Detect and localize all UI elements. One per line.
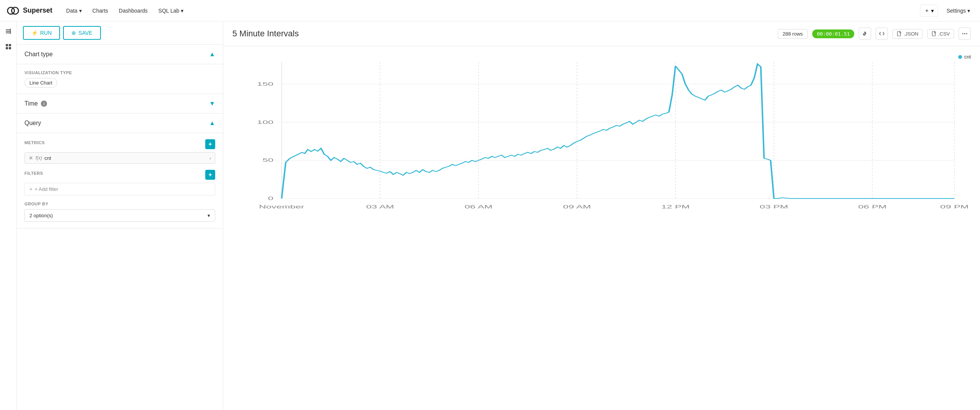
chart-container: cnt 0 50 100 150: [223, 46, 980, 410]
more-options-btn[interactable]: [959, 28, 971, 40]
link-icon-btn[interactable]: [859, 28, 871, 40]
chevron-down-icon: ▼: [209, 100, 215, 107]
viz-type-badge[interactable]: Line Chart: [24, 78, 57, 88]
code-icon-btn[interactable]: [876, 28, 888, 40]
time-title: Time i: [24, 100, 47, 107]
svg-text:09 AM: 09 AM: [563, 204, 591, 210]
settings-button[interactable]: Settings ▾: [943, 5, 974, 16]
csv-btn[interactable]: .CSV: [927, 29, 954, 39]
panel-body: Chart type ▲ VISUALIZATION TYPE Line Cha…: [17, 45, 223, 410]
chart-header: 5 Minute Intervals 288 rows 00:00:01.51: [223, 21, 980, 46]
svg-text:100: 100: [257, 120, 273, 125]
svg-rect-6: [6, 44, 8, 46]
metric-tag-left: ✕ f(x) cnt: [29, 155, 51, 161]
group-by-select[interactable]: 2 option(s) ▾: [24, 209, 215, 222]
top-navigation: Superset Data ▾ Charts Dashboards SQL La…: [0, 0, 980, 21]
svg-rect-9: [9, 47, 11, 49]
logo[interactable]: Superset: [6, 4, 52, 18]
plus-button[interactable]: ＋ ▾: [920, 5, 938, 17]
file-icon: [897, 31, 902, 36]
logo-icon: [6, 4, 20, 18]
chart-type-section-header[interactable]: Chart type ▲: [17, 45, 223, 64]
run-button[interactable]: ⚡ RUN: [23, 26, 60, 40]
nav-links: Data ▾ Charts Dashboards SQL Lab ▾: [62, 5, 188, 16]
time-section-header[interactable]: Time i ▼: [17, 94, 223, 114]
logo-text: Superset: [23, 7, 52, 15]
legend-label: cnt: [964, 54, 971, 60]
svg-text:03 PM: 03 PM: [760, 204, 788, 210]
chevron-down-icon: ▾: [208, 213, 210, 218]
plus-icon: ＋: [924, 7, 930, 14]
json-btn[interactable]: .JSON: [892, 29, 922, 39]
ellipsis-icon: [962, 31, 968, 37]
info-icon: i: [41, 101, 47, 107]
metric-tag: ✕ f(x) cnt ›: [24, 152, 215, 164]
main-layout: ⚡ RUN ⊕ SAVE Chart type ▲ VISUALIZATION …: [0, 21, 980, 410]
line-chart: 0 50 100 150 November 03 AM 06 AM 09 AM …: [232, 54, 971, 215]
nav-item-charts[interactable]: Charts: [88, 5, 113, 16]
add-metric-button[interactable]: +: [205, 139, 215, 149]
sidebar-collapse-btn[interactable]: [2, 24, 15, 38]
code-icon: [879, 31, 885, 37]
svg-rect-8: [6, 47, 8, 49]
chevron-up-icon: ▲: [209, 51, 215, 58]
svg-point-14: [966, 33, 967, 34]
chevron-down-icon: ▾: [931, 8, 934, 14]
chart-type-body: VISUALIZATION TYPE Line Chart: [17, 64, 223, 94]
group-by-label: GROUP BY: [24, 202, 215, 206]
chevron-down-icon: ▾: [79, 8, 82, 14]
svg-rect-10: [897, 31, 900, 36]
filters-label: FILTERS: [24, 171, 43, 176]
svg-rect-11: [932, 31, 935, 36]
chart-area: 5 Minute Intervals 288 rows 00:00:01.51: [223, 21, 980, 410]
svg-text:12 PM: 12 PM: [661, 204, 690, 210]
file-icon: [931, 31, 937, 36]
filters-row: FILTERS +: [24, 170, 215, 180]
svg-point-13: [964, 33, 965, 34]
chevron-down-icon: ▾: [181, 8, 183, 14]
svg-text:06 PM: 06 PM: [858, 204, 886, 210]
viz-type-label: VISUALIZATION TYPE: [24, 70, 215, 75]
add-filter-button[interactable]: +: [205, 170, 215, 180]
control-panel: ⚡ RUN ⊕ SAVE Chart type ▲ VISUALIZATION …: [17, 21, 223, 410]
grid-view-btn[interactable]: [2, 40, 15, 54]
lightning-icon: ⚡: [31, 30, 38, 36]
query-body: METRICS + ✕ f(x) cnt › FILTERS +: [17, 133, 223, 228]
nav-item-dashboards[interactable]: Dashboards: [114, 5, 153, 16]
plus-icon: +: [29, 186, 32, 192]
svg-text:150: 150: [257, 81, 273, 87]
timer-badge: 00:00:01.51: [812, 29, 854, 38]
metric-name: cnt: [44, 155, 51, 161]
svg-point-1: [11, 7, 18, 14]
svg-text:06 AM: 06 AM: [465, 204, 493, 210]
expand-metric-button[interactable]: ›: [209, 155, 211, 161]
svg-text:03 AM: 03 AM: [366, 204, 394, 210]
grid-icon: [5, 43, 12, 50]
add-filter-input[interactable]: + + Add filter: [24, 183, 215, 195]
metrics-label: METRICS: [24, 140, 45, 145]
svg-point-12: [962, 33, 964, 34]
svg-text:50: 50: [263, 158, 274, 163]
query-section-header[interactable]: Query ▲: [17, 114, 223, 133]
svg-text:0: 0: [268, 196, 273, 201]
func-label: f(x): [36, 155, 42, 161]
svg-text:November: November: [259, 204, 304, 210]
query-title: Query: [24, 120, 41, 127]
save-button[interactable]: ⊕ SAVE: [63, 26, 101, 40]
control-toolbar: ⚡ RUN ⊕ SAVE: [17, 21, 223, 45]
rows-badge: 288 rows: [778, 29, 808, 39]
chevron-up-icon: ▲: [209, 120, 215, 127]
svg-text:09 PM: 09 PM: [940, 204, 969, 210]
metrics-row: METRICS +: [24, 139, 215, 149]
chart-type-title: Chart type: [24, 51, 53, 58]
icon-sidebar: [0, 21, 17, 410]
nav-item-sqllab[interactable]: SQL Lab ▾: [154, 5, 188, 16]
svg-rect-7: [9, 44, 11, 46]
nav-item-data[interactable]: Data ▾: [62, 5, 86, 16]
nav-right: ＋ ▾ Settings ▾: [920, 5, 974, 17]
chevron-down-icon: ▾: [967, 8, 970, 14]
sidebar-icon: [5, 28, 12, 35]
plus-circle-icon: ⊕: [71, 30, 76, 36]
chart-title: 5 Minute Intervals: [232, 29, 773, 39]
remove-metric-button[interactable]: ✕: [29, 155, 33, 161]
